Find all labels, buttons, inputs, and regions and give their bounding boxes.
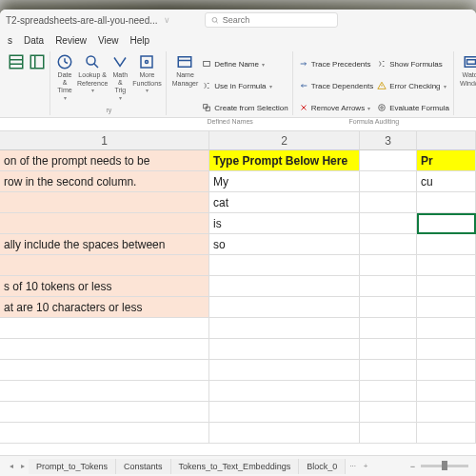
- cell[interactable]: is: [209, 213, 360, 234]
- cell[interactable]: [417, 402, 476, 423]
- cell[interactable]: [360, 213, 417, 234]
- cell[interactable]: [209, 339, 360, 360]
- cell[interactable]: [417, 297, 476, 318]
- cell[interactable]: [209, 402, 360, 423]
- cell[interactable]: [0, 339, 209, 360]
- cell[interactable]: [360, 360, 417, 381]
- cell[interactable]: [0, 402, 209, 423]
- cell[interactable]: My: [209, 171, 360, 192]
- cell[interactable]: cat: [209, 192, 360, 213]
- col-header[interactable]: [417, 131, 476, 150]
- cell[interactable]: [417, 381, 476, 402]
- name-manager-button[interactable]: NameManager: [172, 53, 199, 87]
- menu-item[interactable]: Data: [24, 35, 44, 46]
- cell[interactable]: [360, 423, 417, 444]
- cell[interactable]: [0, 423, 209, 444]
- title-chevron-icon[interactable]: ∨: [164, 15, 170, 25]
- cell[interactable]: [417, 339, 476, 360]
- menu-item[interactable]: s: [8, 35, 12, 46]
- tab-nav-prev[interactable]: ◂: [6, 462, 17, 470]
- cell[interactable]: [360, 381, 417, 402]
- cell[interactable]: [417, 234, 476, 255]
- col-header[interactable]: 2: [209, 131, 360, 150]
- trace-dependents-button[interactable]: Trace Dependents: [299, 75, 374, 96]
- ribbon-group-library: Date &Time▾ Lookup &Reference▾ Math &Tri…: [52, 51, 167, 115]
- math-trig-button[interactable]: Math &Trig▾: [111, 53, 129, 102]
- menu-item[interactable]: Review: [55, 35, 87, 46]
- cell[interactable]: ally include the spaces between: [0, 234, 209, 255]
- col-header[interactable]: 3: [360, 131, 417, 150]
- ribbon-button[interactable]: [8, 53, 25, 70]
- evaluate-formula-button[interactable]: Evaluate Formula: [377, 97, 449, 118]
- sheet-tab[interactable]: Prompt_to_Tokens: [29, 459, 116, 474]
- sheet-tab[interactable]: Constants: [116, 459, 171, 474]
- cell[interactable]: at are 10 characters or less: [0, 297, 209, 318]
- more-functions-button[interactable]: MoreFunctions▾: [132, 53, 161, 94]
- col-header[interactable]: 1: [0, 131, 209, 150]
- define-name-button[interactable]: Define Name ▾: [202, 53, 288, 74]
- cell[interactable]: cu: [417, 171, 476, 192]
- tab-overflow[interactable]: ···: [346, 462, 360, 470]
- trace-precedents-button[interactable]: Trace Precedents: [299, 53, 374, 74]
- cell[interactable]: Pr: [417, 150, 476, 171]
- cell[interactable]: [417, 192, 476, 213]
- cell[interactable]: [0, 381, 209, 402]
- search-box[interactable]: [205, 12, 338, 28]
- cell[interactable]: [417, 276, 476, 297]
- cell[interactable]: [417, 318, 476, 339]
- cell[interactable]: so: [209, 234, 360, 255]
- error-checking-button[interactable]: Error Checking ▾: [377, 75, 449, 96]
- show-formulas-button[interactable]: Show Formulas: [377, 53, 449, 74]
- cell[interactable]: [209, 276, 360, 297]
- cell[interactable]: [360, 276, 417, 297]
- cell[interactable]: [360, 318, 417, 339]
- cell[interactable]: Type Prompt Below Here: [209, 150, 360, 171]
- cell[interactable]: [209, 318, 360, 339]
- cell[interactable]: [360, 150, 417, 171]
- use-in-formula-button[interactable]: Use in Formula ▾: [202, 75, 288, 96]
- create-from-selection-button[interactable]: Create from Selection: [202, 97, 288, 118]
- cell[interactable]: [360, 402, 417, 423]
- search-input[interactable]: [223, 15, 331, 25]
- cell[interactable]: [209, 360, 360, 381]
- cell[interactable]: [0, 213, 209, 234]
- lookup-button[interactable]: Lookup &Reference▾: [77, 53, 108, 94]
- date-time-button[interactable]: Date &Time▾: [56, 53, 73, 102]
- cell[interactable]: [209, 255, 360, 276]
- cell[interactable]: [417, 360, 476, 381]
- file-name: T2-spreadsheets-are-all-you-need...: [6, 15, 158, 26]
- menu-item[interactable]: Help: [129, 35, 149, 46]
- zoom-out-icon[interactable]: −: [410, 462, 415, 471]
- cell[interactable]: [0, 192, 209, 213]
- cell[interactable]: [209, 381, 360, 402]
- sheet-tab[interactable]: Tokens_to_Text_Embeddings: [171, 459, 300, 474]
- group-label: Defined Names: [208, 118, 253, 127]
- cell[interactable]: [360, 339, 417, 360]
- cell[interactable]: s of 10 tokens or less: [0, 276, 209, 297]
- cell[interactable]: on of the prompt needs to be: [0, 150, 209, 171]
- watch-window-button[interactable]: WatchWindow: [460, 53, 476, 87]
- tab-nav-next[interactable]: ▸: [17, 462, 29, 470]
- cell[interactable]: [360, 171, 417, 192]
- cell[interactable]: [0, 318, 209, 339]
- sheet-tab[interactable]: Block_0: [299, 459, 346, 474]
- menu-bar: s Data Review View Help: [0, 30, 476, 50]
- menu-item[interactable]: View: [98, 35, 119, 46]
- remove-arrows-button[interactable]: Remove Arrows ▾: [299, 97, 374, 118]
- cell[interactable]: [360, 192, 417, 213]
- cell[interactable]: [0, 255, 209, 276]
- add-sheet-button[interactable]: +: [360, 462, 372, 470]
- cell[interactable]: [360, 255, 417, 276]
- cell[interactable]: [417, 255, 476, 276]
- cell[interactable]: [417, 423, 476, 444]
- zoom-slider[interactable]: [421, 465, 468, 467]
- selected-cell[interactable]: [417, 213, 476, 234]
- cell[interactable]: row in the second column.: [0, 171, 209, 192]
- zoom-control[interactable]: −: [410, 462, 476, 471]
- cell[interactable]: [360, 297, 417, 318]
- cell[interactable]: [0, 360, 209, 381]
- cell[interactable]: [209, 297, 360, 318]
- cell[interactable]: [360, 234, 417, 255]
- cell[interactable]: [209, 423, 360, 444]
- ribbon-button[interactable]: [29, 53, 46, 70]
